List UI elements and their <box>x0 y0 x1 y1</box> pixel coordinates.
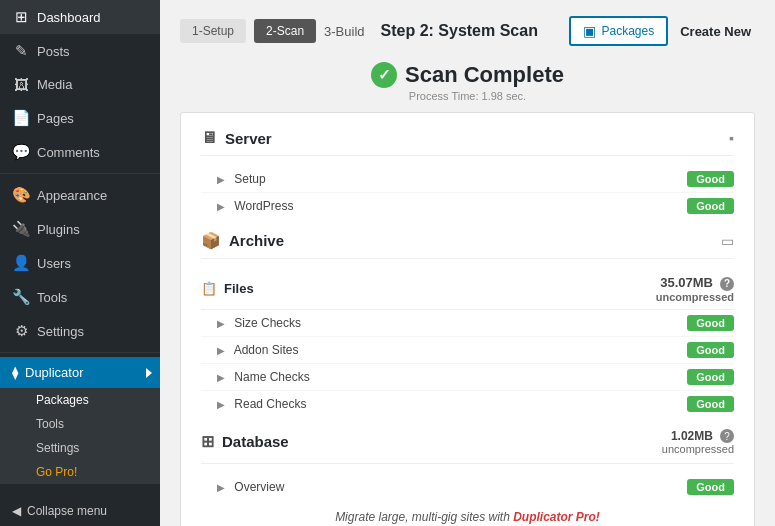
database-section-header: ⊞ Database 1.02MB ? uncompressed <box>201 429 734 465</box>
tools-icon: 🔧 <box>12 288 30 306</box>
files-info-icon[interactable]: ? <box>720 277 734 291</box>
users-icon: 👤 <box>12 254 30 272</box>
create-new-button[interactable]: Create New <box>676 16 755 46</box>
sidebar-separator <box>0 173 160 174</box>
sidebar-item-media[interactable]: 🖼 Media <box>0 68 160 101</box>
server-title-text: Server <box>225 130 272 147</box>
comments-icon: 💬 <box>12 143 30 161</box>
collapse-menu-item[interactable]: ◀ Collapse menu <box>0 496 160 526</box>
step-title: Step 2: System Scan <box>381 22 562 40</box>
scan-complete-title: ✓ Scan Complete <box>180 62 755 88</box>
archive-section-header: 📦 Archive ▭ <box>201 231 734 259</box>
sidebar-item-comments[interactable]: 💬 Comments <box>0 135 160 169</box>
server-toggle-icon[interactable]: ▪ <box>729 130 734 146</box>
db-overview-label: ▶ Overview <box>217 480 284 494</box>
promo-link[interactable]: Duplicator Pro! <box>513 510 600 524</box>
sidebar-item-pages[interactable]: 📄 Pages <box>0 101 160 135</box>
sidebar-item-plugins[interactable]: 🔌 Plugins <box>0 212 160 246</box>
database-title-text: Database <box>222 433 289 450</box>
server-icon: 🖥 <box>201 129 217 147</box>
files-size-block: 35.07MB ? uncompressed <box>656 275 734 303</box>
sidebar-item-label: Comments <box>37 145 100 160</box>
archive-size-badge: Good <box>687 315 734 331</box>
sidebar-item-label: Posts <box>37 44 70 59</box>
archive-toggle-icon[interactable]: ▭ <box>721 233 734 249</box>
sidebar-item-users[interactable]: 👤 Users <box>0 246 160 280</box>
archive-addon-label: ▶ Addon Sites <box>217 343 298 357</box>
scan-title-text: Scan Complete <box>405 62 564 88</box>
collapse-icon: ◀ <box>12 504 21 518</box>
server-rows: ▶ Setup Good ▶ WordPress Good <box>201 166 734 219</box>
sidebar-sub-packages[interactable]: Packages <box>0 388 160 412</box>
scan-results-card: 🖥 Server ▪ ▶ Setup Good ▶ WordPress Good <box>180 112 755 526</box>
archive-rows: ▶ Size Checks Good ▶ Addon Sites Good ▶ … <box>201 310 734 417</box>
files-row: 📋 Files 35.07MB ? uncompressed <box>201 269 734 310</box>
process-time: Process Time: 1.98 sec. <box>180 90 755 102</box>
archive-addon-sites-row: ▶ Addon Sites Good <box>201 337 734 364</box>
packages-label: Packages <box>601 24 654 38</box>
dashboard-icon: ⊞ <box>12 8 30 26</box>
files-icon: 📋 <box>201 281 217 296</box>
server-setup-label: ▶ Setup <box>217 172 266 186</box>
row-arrow-icon: ▶ <box>217 345 225 356</box>
archive-name-badge: Good <box>687 369 734 385</box>
sidebar-item-dashboard[interactable]: ⊞ Dashboard <box>0 0 160 34</box>
db-size-value: 1.02MB <box>671 429 713 443</box>
row-arrow-icon: ▶ <box>217 174 225 185</box>
sidebar-sub-tools[interactable]: Tools <box>0 412 160 436</box>
database-section-title: ⊞ Database <box>201 432 289 451</box>
archive-icon: 📦 <box>201 231 221 250</box>
row-arrow-icon: ▶ <box>217 318 225 329</box>
sidebar-item-label: Appearance <box>37 188 107 203</box>
archive-name-checks-row: ▶ Name Checks Good <box>201 364 734 391</box>
server-wordpress-label: ▶ WordPress <box>217 199 293 213</box>
sidebar-duplicator-label: Duplicator <box>25 365 84 380</box>
archive-section-title: 📦 Archive <box>201 231 284 250</box>
packages-button[interactable]: ▣ Packages <box>569 16 668 46</box>
archive-read-label: ▶ Read Checks <box>217 397 306 411</box>
db-overview-badge: Good <box>687 479 734 495</box>
archive-size-checks-row: ▶ Size Checks Good <box>201 310 734 337</box>
go-pro-link[interactable]: Go Pro! <box>0 460 160 484</box>
sidebar-item-label: Media <box>37 77 72 92</box>
db-info-icon[interactable]: ? <box>720 429 734 443</box>
archive-size-label: ▶ Size Checks <box>217 316 301 330</box>
duplicator-icon: ⧫ <box>12 365 18 380</box>
sidebar-item-duplicator[interactable]: ⧫ Duplicator <box>0 357 160 388</box>
promo-text-content: Migrate large, multi-gig sites with <box>335 510 513 524</box>
sidebar-item-label: Pages <box>37 111 74 126</box>
step2-button[interactable]: 2-Scan <box>254 19 316 43</box>
server-wordpress-row: ▶ WordPress Good <box>201 193 734 219</box>
db-overview-row: ▶ Overview Good <box>201 474 734 500</box>
sidebar-item-settings[interactable]: ⚙ Settings <box>0 314 160 348</box>
pages-icon: 📄 <box>12 109 30 127</box>
check-icon: ✓ <box>371 62 397 88</box>
sidebar-item-label: Users <box>37 256 71 271</box>
sidebar-separator-2 <box>0 352 160 353</box>
packages-icon: ▣ <box>583 23 596 39</box>
files-label: Files <box>224 281 254 296</box>
posts-icon: ✎ <box>12 42 30 60</box>
top-right-buttons: ▣ Packages Create New <box>569 16 755 46</box>
sidebar-sub-settings[interactable]: Settings <box>0 436 160 460</box>
step1-button[interactable]: 1-Setup <box>180 19 246 43</box>
sidebar-submenu-duplicator: Packages Tools Settings Go Pro! <box>0 388 160 484</box>
media-icon: 🖼 <box>12 76 30 93</box>
archive-name-label: ▶ Name Checks <box>217 370 310 384</box>
settings-icon: ⚙ <box>12 322 30 340</box>
server-setup-badge: Good <box>687 171 734 187</box>
sidebar-item-posts[interactable]: ✎ Posts <box>0 34 160 68</box>
collapse-label: Collapse menu <box>27 504 107 518</box>
sidebar-item-label: Settings <box>37 324 84 339</box>
sidebar-item-appearance[interactable]: 🎨 Appearance <box>0 178 160 212</box>
step3-label: 3-Build <box>324 24 364 39</box>
archive-title-text: Archive <box>229 232 284 249</box>
scan-complete-header: ✓ Scan Complete Process Time: 1.98 sec. <box>180 62 755 102</box>
sidebar-item-tools[interactable]: 🔧 Tools <box>0 280 160 314</box>
row-arrow-icon: ▶ <box>217 201 225 212</box>
top-bar: 1-Setup 2-Scan 3-Build Step 2: System Sc… <box>180 16 755 46</box>
files-label-wrap: 📋 Files <box>201 281 254 296</box>
db-size-block: 1.02MB ? uncompressed <box>662 429 734 456</box>
plugins-icon: 🔌 <box>12 220 30 238</box>
main-content: 1-Setup 2-Scan 3-Build Step 2: System Sc… <box>160 0 775 526</box>
